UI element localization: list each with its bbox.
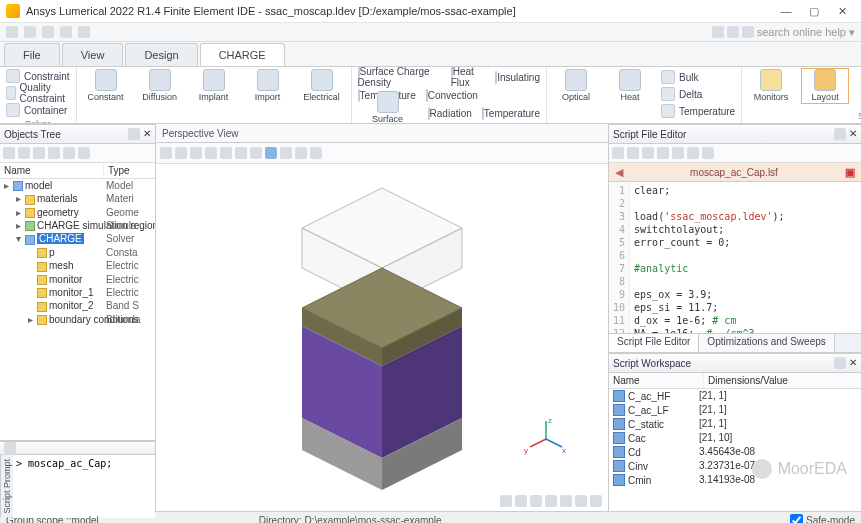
ribbon-temp3[interactable]: Temperature: [661, 103, 735, 119]
ed-redo-icon[interactable]: [687, 147, 699, 159]
search-help-text[interactable]: search online help: [757, 26, 846, 39]
vp-foot-5-icon[interactable]: [560, 495, 572, 507]
tree-tool-5-icon[interactable]: [63, 147, 75, 159]
ribbon-radiation[interactable]: Radiation: [428, 108, 472, 119]
vp-foot-4-icon[interactable]: [545, 495, 557, 507]
ribbon-monitors-button[interactable]: Monitors: [748, 69, 794, 103]
minimize-button[interactable]: —: [773, 2, 799, 20]
ws-float-icon[interactable]: [834, 357, 846, 369]
ribbon-heat-flux[interactable]: Heat Flux: [451, 67, 485, 88]
vp-tool-fit-icon[interactable]: [205, 147, 217, 159]
ribbon-convection[interactable]: Convection: [426, 90, 478, 101]
tree-col-name[interactable]: Name: [0, 163, 104, 178]
ws-close-icon[interactable]: ✕: [849, 357, 857, 369]
ws-col-value[interactable]: Dimensions/Value: [704, 373, 792, 388]
axis-gizmo[interactable]: z x y: [524, 417, 568, 463]
maximize-button[interactable]: ▢: [801, 2, 827, 20]
ed-open-icon[interactable]: [627, 147, 639, 159]
help-nav-back-icon[interactable]: [712, 26, 724, 38]
ribbon-container[interactable]: Container: [6, 103, 70, 117]
ribbon-import-button[interactable]: Import: [245, 69, 291, 103]
vp-tool-axis-icon[interactable]: [295, 147, 307, 159]
tree-tool-1-icon[interactable]: [3, 147, 15, 159]
ed-find-icon[interactable]: [702, 147, 714, 159]
ribbon-constraint[interactable]: Constraint: [6, 69, 70, 83]
ribbon-optical-button[interactable]: Optical: [553, 69, 599, 103]
pane-close-icon[interactable]: ✕: [143, 128, 151, 140]
vp-tool-select-icon[interactable]: [220, 147, 232, 159]
ed-undo-icon[interactable]: [672, 147, 684, 159]
vp-tool-wire-icon[interactable]: [235, 147, 247, 159]
ribbon-surface-recomb-button[interactable]: Surface Recombination: [358, 91, 418, 124]
help-nav-fwd-icon[interactable]: [727, 26, 739, 38]
code-editor[interactable]: 1234567891011121314151617181920212223242…: [609, 182, 861, 333]
vp-tool-shade-icon[interactable]: [250, 147, 262, 159]
vp-tool-pan-icon[interactable]: [175, 147, 187, 159]
tree-tool-3-icon[interactable]: [33, 147, 45, 159]
ribbon-insulating[interactable]: Insulating: [495, 72, 540, 83]
subtab-optimizations[interactable]: Optimizations and Sweeps: [699, 334, 834, 352]
vp-foot-6-icon[interactable]: [575, 495, 587, 507]
vp-foot-2-icon[interactable]: [515, 495, 527, 507]
ribbon-heat-button[interactable]: Heat: [607, 69, 653, 103]
editor-close-icon[interactable]: ✕: [849, 128, 857, 140]
tree-col-type[interactable]: Type: [104, 163, 134, 178]
vp-tool-active-icon[interactable]: [265, 147, 277, 159]
ribbon-delta[interactable]: Delta: [661, 86, 735, 102]
save-icon[interactable]: [42, 26, 54, 38]
workspace-row[interactable]: Cac[21, 10]: [609, 431, 861, 445]
tree-tool-4-icon[interactable]: [48, 147, 60, 159]
subtab-script-editor[interactable]: Script File Editor: [609, 334, 699, 352]
tree-row[interactable]: monitor_2Band S: [0, 299, 155, 312]
safe-mode-checkbox[interactable]: [790, 514, 803, 524]
ribbon-diffusion-button[interactable]: Diffusion: [137, 69, 183, 103]
tree-row[interactable]: ▸CHARGE simulation regionSimula: [0, 219, 155, 232]
ribbon-implant-button[interactable]: Implant: [191, 69, 237, 103]
ribbon-layout-button[interactable]: Layout: [802, 69, 848, 103]
tab-design[interactable]: Design: [125, 43, 197, 66]
3d-viewport[interactable]: z x y: [156, 164, 608, 511]
tab-charge[interactable]: CHARGE: [200, 43, 285, 66]
tree-row[interactable]: pConsta: [0, 246, 155, 259]
tab-view[interactable]: View: [62, 43, 124, 66]
undo-icon[interactable]: [60, 26, 72, 38]
ribbon-electrical-button[interactable]: Electrical: [299, 69, 345, 103]
script-prompt-input[interactable]: [13, 455, 155, 518]
ed-save-icon[interactable]: [642, 147, 654, 159]
help-home-icon[interactable]: [742, 26, 754, 38]
workspace-row[interactable]: Cinv3.23731e-07: [609, 459, 861, 473]
workspace-row[interactable]: Cmin3.14193e-08: [609, 473, 861, 487]
tree-row[interactable]: ▾CHARGESolver: [0, 232, 155, 245]
tab-file[interactable]: File: [4, 43, 60, 66]
tree-row[interactable]: ▸geometryGeome: [0, 206, 155, 219]
tree-row[interactable]: monitorElectric: [0, 273, 155, 286]
workspace-row[interactable]: C_static[21, 1]: [609, 417, 861, 431]
vp-foot-1-icon[interactable]: [500, 495, 512, 507]
objects-tree[interactable]: NameType ▸modelModel▸materialsMateri▸geo…: [0, 163, 155, 440]
ribbon-constant-button[interactable]: Constant: [83, 69, 129, 103]
tree-row[interactable]: monitor_1Electric: [0, 286, 155, 299]
vp-tool-rotate-icon[interactable]: [190, 147, 202, 159]
ws-col-name[interactable]: Name: [609, 373, 704, 388]
workspace-row[interactable]: C_ac_HF[21, 1]: [609, 389, 861, 403]
tree-row[interactable]: meshElectric: [0, 259, 155, 272]
workspace-row[interactable]: C_ac_LF[21, 1]: [609, 403, 861, 417]
ed-run-icon[interactable]: [657, 147, 669, 159]
ribbon-surf-charge[interactable]: Surface Charge Density: [358, 67, 441, 88]
vp-tool-more-icon[interactable]: [310, 147, 322, 159]
ed-new-icon[interactable]: [612, 147, 624, 159]
tree-row[interactable]: ▸modelModel: [0, 179, 155, 192]
tree-tool-6-icon[interactable]: [78, 147, 90, 159]
editor-float-icon[interactable]: [834, 128, 846, 140]
new-icon[interactable]: [6, 26, 18, 38]
open-icon[interactable]: [24, 26, 36, 38]
tree-tool-2-icon[interactable]: [18, 147, 30, 159]
editor-tab-close-icon[interactable]: ▣: [845, 166, 855, 179]
prompt-tool-icon[interactable]: [4, 442, 16, 454]
pane-float-icon[interactable]: [128, 128, 140, 140]
editor-file-tab[interactable]: ◀ moscap_ac_Cap.lsf ▣: [609, 163, 861, 182]
vp-foot-7-icon[interactable]: [590, 495, 602, 507]
redo-icon[interactable]: [78, 26, 90, 38]
vp-tool-grid-icon[interactable]: [280, 147, 292, 159]
tree-row[interactable]: ▸boundary conditionsBounda: [0, 313, 155, 326]
